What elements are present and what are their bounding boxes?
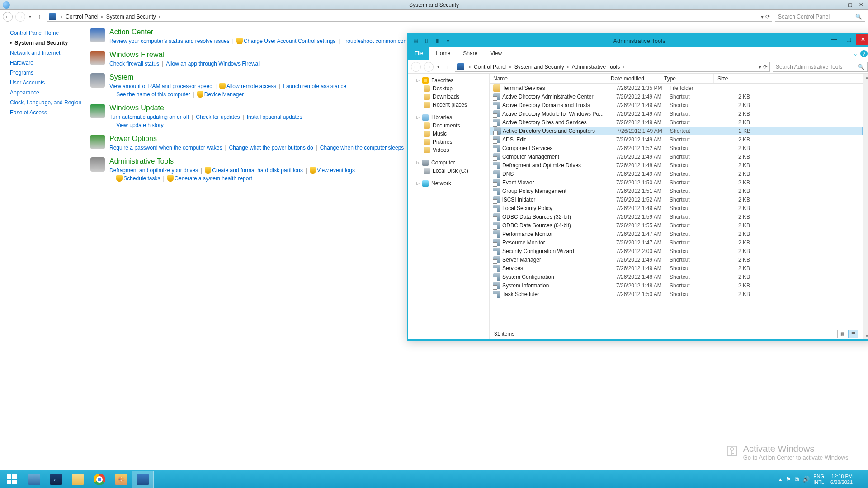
- file-row[interactable]: Active Directory Domains and Trusts7/26/…: [490, 101, 863, 109]
- column-type[interactable]: Type: [660, 74, 714, 83]
- sub-search-input[interactable]: Search Administrative Tools 🔍: [773, 62, 868, 72]
- file-row[interactable]: Defragment and Optimize Drives7/26/2012 …: [490, 161, 863, 169]
- sidebar-item[interactable]: Control Panel Home: [10, 30, 90, 36]
- section-title[interactable]: Windows Firewall: [109, 51, 261, 59]
- sub-breadcrumb-2[interactable]: Administrative Tools: [572, 64, 620, 70]
- sub-breadcrumb-0[interactable]: Control Panel: [474, 64, 507, 70]
- file-row[interactable]: Component Services7/26/2012 1:52 AMShort…: [490, 144, 863, 152]
- taskbar-control-panel[interactable]: [132, 471, 154, 488]
- sidebar-item[interactable]: Network and Internet: [10, 50, 90, 56]
- breadcrumb-system-security[interactable]: System and Security: [106, 14, 156, 20]
- task-link[interactable]: Allow an app through Windows Firewall: [166, 61, 260, 67]
- nav-item[interactable]: Documents: [408, 122, 489, 130]
- tray-clock[interactable]: 12:18 PM 6/28/2021: [828, 474, 855, 485]
- sub-back-button[interactable]: ←: [411, 62, 421, 72]
- start-button[interactable]: [1, 471, 23, 488]
- breadcrumb-bar[interactable]: ▸ Control Panel ▸ System and Security ▸ …: [47, 12, 772, 22]
- file-row[interactable]: Terminal Services7/26/2012 1:35 PMFile f…: [490, 84, 863, 92]
- sub-history-dropdown[interactable]: ▾: [436, 64, 440, 69]
- nav-group-header[interactable]: ▷Computer: [408, 159, 489, 167]
- breadcrumb-control-panel[interactable]: Control Panel: [66, 14, 99, 20]
- file-row[interactable]: Task Scheduler7/26/2012 1:50 AMShortcut2…: [490, 290, 863, 298]
- view-details[interactable]: ☰: [848, 330, 858, 338]
- minimize-button[interactable]: —: [834, 0, 844, 9]
- taskbar-paint[interactable]: 🎨: [110, 471, 132, 488]
- address-dropdown-icon[interactable]: ▾: [761, 14, 764, 20]
- ribbon-tab-home[interactable]: Home: [429, 47, 457, 60]
- scroll-up-icon[interactable]: ▴: [866, 75, 868, 80]
- task-link[interactable]: Review your computer's status and resolv…: [109, 38, 230, 44]
- qa-system-menu[interactable]: ▦: [411, 36, 420, 45]
- section-title[interactable]: Action Center: [109, 28, 444, 36]
- show-desktop-button[interactable]: [861, 470, 865, 488]
- task-link[interactable]: Device Manager: [204, 91, 244, 98]
- file-row[interactable]: System Configuration7/26/2012 1:48 AMSho…: [490, 272, 863, 281]
- file-row[interactable]: Active Directory Sites and Services7/26/…: [490, 118, 863, 127]
- up-button[interactable]: ↑: [35, 12, 44, 22]
- nav-group-header[interactable]: ▷Libraries: [408, 113, 489, 122]
- task-link[interactable]: Install optional updates: [247, 114, 302, 120]
- taskbar-file-explorer[interactable]: [67, 471, 89, 488]
- sub-forward-button[interactable]: →: [424, 62, 434, 72]
- file-row[interactable]: Active Directory Users and Computers7/26…: [490, 127, 863, 135]
- file-row[interactable]: iSCSI Initiator7/26/2012 1:52 AMShortcut…: [490, 195, 863, 204]
- ribbon-expand-icon[interactable]: ⌄: [853, 51, 858, 57]
- task-link[interactable]: Create and format hard disk partitions: [212, 167, 303, 174]
- maximize-button[interactable]: ▢: [844, 0, 855, 9]
- task-link[interactable]: Allow remote access: [226, 83, 276, 89]
- task-link[interactable]: View update history: [116, 122, 164, 128]
- nav-item[interactable]: Downloads: [408, 93, 489, 101]
- task-link[interactable]: See the name of this computer: [116, 91, 190, 98]
- sub-refresh-icon[interactable]: ⟳: [763, 64, 768, 70]
- back-button[interactable]: ←: [3, 12, 13, 22]
- task-link[interactable]: Require a password when the computer wak…: [109, 145, 222, 151]
- section-title[interactable]: Administrative Tools: [109, 157, 355, 165]
- close-button[interactable]: ✕: [855, 0, 866, 9]
- scrollbar[interactable]: ▴ ▾: [863, 74, 868, 339]
- file-row[interactable]: Group Policy Management7/26/2012 1:51 AM…: [490, 187, 863, 195]
- task-link[interactable]: Change what the power buttons do: [229, 145, 313, 151]
- task-link[interactable]: Change when the computer sleeps: [320, 145, 404, 151]
- sub-breadcrumb-1[interactable]: System and Security: [514, 64, 564, 70]
- file-row[interactable]: Local Security Policy7/26/2012 1:49 AMSh…: [490, 204, 863, 212]
- sidebar-item[interactable]: System and Security: [10, 40, 90, 46]
- file-row[interactable]: DNS7/26/2012 1:49 AMShortcut2 KB: [490, 169, 863, 178]
- forward-button[interactable]: →: [15, 12, 25, 22]
- file-row[interactable]: Active Directory Module for Windows Po..…: [490, 109, 863, 118]
- task-link[interactable]: Defragment and optimize your drives: [109, 167, 198, 174]
- sidebar-item[interactable]: Ease of Access: [10, 109, 90, 116]
- section-title[interactable]: System: [109, 73, 346, 81]
- help-icon[interactable]: ?: [860, 50, 868, 57]
- task-link[interactable]: Schedule tasks: [123, 175, 160, 182]
- section-title[interactable]: Windows Update: [109, 104, 302, 112]
- qa-new-folder[interactable]: ▮: [433, 36, 442, 45]
- task-link[interactable]: View event logs: [317, 167, 355, 174]
- tray-network-icon[interactable]: ⧉: [795, 476, 799, 483]
- task-link[interactable]: Check for updates: [196, 114, 240, 120]
- file-row[interactable]: Server Manager7/26/2012 1:49 AMShortcut2…: [490, 255, 863, 264]
- sidebar-item[interactable]: Appearance: [10, 89, 90, 96]
- view-large-icons[interactable]: ▦: [837, 330, 847, 338]
- qa-customize[interactable]: ▾: [443, 36, 453, 45]
- file-row[interactable]: Services7/26/2012 1:49 AMShortcut2 KB: [490, 264, 863, 272]
- ribbon-tab-share[interactable]: Share: [457, 47, 484, 60]
- sidebar-item[interactable]: Hardware: [10, 60, 90, 66]
- taskbar-chrome[interactable]: [89, 471, 110, 488]
- ribbon-tab-view[interactable]: View: [484, 47, 508, 60]
- taskbar-server-manager[interactable]: [24, 471, 45, 488]
- ribbon-tab-file[interactable]: File: [408, 47, 429, 60]
- scroll-down-icon[interactable]: ▾: [866, 333, 868, 338]
- nav-group-header[interactable]: ▷Favorites: [408, 76, 489, 84]
- history-dropdown[interactable]: ▾: [28, 14, 32, 19]
- tray-language[interactable]: ENG INTL: [813, 474, 824, 485]
- file-row[interactable]: Resource Monitor7/26/2012 1:47 AMShortcu…: [490, 238, 863, 247]
- sub-close-button[interactable]: ✕: [856, 34, 868, 45]
- qa-properties[interactable]: ▯: [422, 36, 431, 45]
- sub-address-dropdown-icon[interactable]: ▾: [759, 64, 761, 70]
- sidebar-item[interactable]: User Accounts: [10, 80, 90, 86]
- task-link[interactable]: Generate a system health report: [175, 175, 252, 182]
- taskbar-powershell[interactable]: ›_: [45, 471, 67, 488]
- file-row[interactable]: ADSI Edit7/26/2012 1:49 AMShortcut2 KB: [490, 135, 863, 144]
- column-date[interactable]: Date modified: [607, 74, 660, 83]
- task-link[interactable]: View amount of RAM and processor speed: [109, 83, 212, 89]
